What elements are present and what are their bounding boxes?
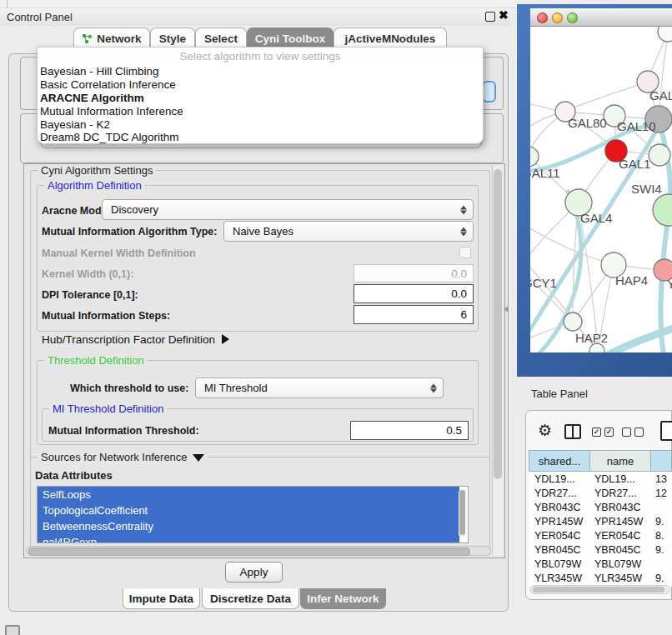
column-header-partial[interactable] (650, 450, 672, 472)
minimized-window-icon[interactable] (5, 625, 20, 635)
expanded-arrow-icon (193, 454, 204, 462)
spinner-arrows-icon (460, 205, 467, 214)
list-item-selfloops[interactable]: SelfLoops (38, 487, 459, 502)
column-header-name[interactable]: name (589, 450, 651, 472)
threshold-definition-title: Threshold Definition (44, 354, 148, 367)
tab-infer-network[interactable]: Infer Network (300, 588, 386, 609)
window-close-light-icon[interactable] (537, 12, 548, 23)
node-label: GCY1 (530, 276, 557, 290)
list-scrollbar-thumb[interactable] (459, 490, 465, 535)
control-panel-title: Control Panel (7, 11, 73, 23)
network-canvas[interactable]: GAL GAL80 GAL10 GAL1 GAL11 SWI4 GAL4 GCY… (530, 27, 672, 352)
table-row[interactable]: YBR043CYBR043C (529, 500, 672, 514)
cell: YDR27... (589, 488, 650, 499)
table-row[interactable]: YPR145WYPR145W9. (529, 514, 672, 528)
window-zoom-light-icon[interactable] (567, 12, 578, 23)
kernel-width-value: 0.0 (451, 268, 467, 280)
table-panel-titlebar: Table Panel (517, 377, 672, 410)
network-icon (82, 33, 93, 44)
tab-discretize-data[interactable]: Discretize Data (202, 588, 299, 609)
table-row[interactable]: YDR27...YDR27...12 (529, 486, 672, 500)
network-graph: GAL GAL80 GAL10 GAL1 GAL11 SWI4 GAL4 GCY… (530, 27, 672, 352)
gear-icon[interactable]: ⚙ (538, 422, 552, 438)
select-all-icon[interactable]: ✓ ✓ (592, 428, 614, 437)
tab-discretize-data-label: Discretize Data (210, 592, 291, 605)
apply-button[interactable]: Apply (225, 562, 283, 582)
dropdown-item-bayesian-hill-climbing[interactable]: Bayesian - Hill Climbing (38, 65, 483, 78)
sources-title-text: Sources for Network Inference (41, 451, 188, 463)
mi-type-combo[interactable]: Naive Bayes (223, 221, 474, 242)
dropdown-item-dream8[interactable]: Dream8 DC_TDC Algorithm (38, 131, 483, 144)
tab-impute-data[interactable]: Impute Data (123, 588, 200, 609)
new-table-icon[interactable] (660, 421, 672, 441)
node-label: GAL10 (617, 119, 656, 133)
collapsed-arrow-icon (222, 334, 229, 344)
dropdown-item-mutual-information[interactable]: Mutual Information Inference (38, 104, 483, 118)
cell: YBR043C (529, 502, 589, 513)
kernel-width-field[interactable]: 0.0 (354, 264, 474, 282)
table-row[interactable]: YBL079WYBL079W (529, 557, 672, 571)
node-hap2[interactable] (564, 312, 582, 331)
dropdown-item-aracne[interactable]: ARACNE Algorithm (38, 92, 483, 105)
data-attributes-list[interactable]: SelfLoops TopologicalCoefficient Between… (37, 486, 469, 543)
settings-horizontal-scrollbar[interactable] (26, 546, 491, 556)
algorithm-definition-title: Algorithm Definition (44, 179, 145, 192)
window-minimize-light-icon[interactable] (552, 12, 563, 23)
table-row[interactable]: YLR345WYLR345W9. (529, 571, 672, 585)
mi-steps-field[interactable]: 6 (354, 305, 474, 324)
columns-icon[interactable] (564, 424, 581, 439)
spinner-arrows-icon (460, 227, 467, 236)
dropdown-item-bayesian-k2[interactable]: Bayesian - K2 (38, 118, 483, 131)
aracne-mode-value: Discovery (111, 203, 158, 216)
cell: YBR045C (589, 544, 650, 556)
node-swi4[interactable] (653, 194, 672, 226)
settings-hscrollbar-thumb[interactable] (28, 548, 470, 556)
node-label: GAL80 (568, 116, 607, 130)
table-row[interactable]: YER054CYER054C8. (529, 528, 672, 542)
table-hscrollbar-thumb[interactable] (533, 587, 664, 592)
node[interactable] (658, 27, 672, 42)
hub-definition-toggle[interactable]: Hub/Transcription Factor Definition (42, 333, 229, 346)
list-item-betweennesscentrality[interactable]: BetweennessCentrality (38, 518, 459, 534)
unchecked-box-icon (634, 428, 644, 437)
list-item-gal4rgexp[interactable]: gal4RGexp (38, 534, 459, 543)
checked-box-icon: ✓ (604, 428, 614, 437)
splitter-collapse-handle[interactable] (504, 306, 509, 312)
algorithm-dropdown-prompt: Select algorithm to view settings (38, 48, 483, 65)
table-horizontal-scrollbar[interactable] (530, 585, 670, 594)
column-header-shared-name[interactable]: shared... (529, 450, 590, 472)
node-gal11[interactable] (530, 147, 539, 167)
table-row[interactable]: YBR045CYBR045C9. (529, 542, 672, 557)
node-label: GAL4 (580, 211, 612, 225)
edge (566, 82, 648, 111)
top-toolbar-divider (7, 0, 8, 8)
algorithm-dropdown: Select algorithm to view settings Bayesi… (37, 47, 484, 144)
focused-combo-fragment[interactable] (482, 81, 496, 102)
dpi-tolerance-field[interactable]: 0.0 (354, 284, 474, 303)
list-vertical-scrollbar[interactable] (459, 489, 466, 538)
list-item-topologicalcoefficient[interactable]: TopologicalCoefficient (38, 502, 459, 518)
table-row[interactable]: YDL19...YDL19...13 (529, 472, 672, 486)
cell: YLR345W (529, 572, 589, 584)
float-panel-icon[interactable] (485, 12, 495, 22)
cell: YER054C (589, 530, 650, 542)
cell: 9. (650, 544, 672, 556)
dpi-tolerance-value: 0.0 (451, 288, 467, 300)
close-panel-icon[interactable]: ✖ (499, 8, 509, 22)
tab-network-label: Network (97, 32, 141, 45)
node[interactable] (649, 144, 670, 166)
settings-vscrollbar-thumb[interactable] (494, 169, 502, 479)
sources-title[interactable]: Sources for Network Inference (38, 451, 208, 463)
which-threshold-combo[interactable]: MI Threshold (195, 378, 444, 398)
manual-kernel-checkbox[interactable] (459, 247, 471, 258)
cell: 12 (650, 488, 672, 499)
settings-vertical-scrollbar[interactable] (492, 165, 503, 555)
deselect-all-icon[interactable] (622, 428, 644, 437)
node-label: HAP2 (575, 331, 608, 345)
tab-jactivemnodules-label: jActiveMNodules (345, 32, 436, 45)
top-toolbar-strip (0, 0, 517, 8)
tab-style-label: Style (159, 32, 186, 45)
aracne-mode-combo[interactable]: Discovery (102, 199, 474, 220)
mi-threshold-field[interactable]: 0.5 (350, 421, 469, 440)
dropdown-item-basic-correlation[interactable]: Basic Correlation Inference (38, 78, 483, 92)
